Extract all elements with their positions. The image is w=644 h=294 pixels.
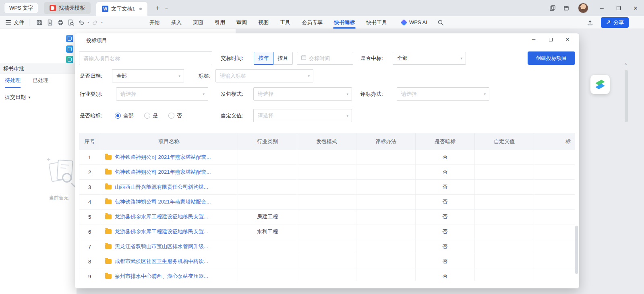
- cell: 6: [79, 224, 100, 239]
- project-link[interactable]: 包神铁路神朔公司 2021年燕家塔站配套...: [115, 198, 211, 206]
- project-link[interactable]: 包神铁路神朔公司 2021年燕家塔站配套...: [115, 169, 211, 176]
- cell: [297, 150, 356, 164]
- submit-date-label: 提交日期: [5, 94, 26, 101]
- tag-combo-field[interactable]: ▾: [215, 69, 313, 82]
- ribbon-tab-会员专享[interactable]: 会员专享: [296, 16, 328, 29]
- file-menu-button[interactable]: 文件: [6, 19, 24, 26]
- project-link[interactable]: 包神铁路神朔公司 2021年燕家塔站配套...: [115, 154, 211, 161]
- ribbon-tab-插入[interactable]: 插入: [166, 16, 187, 29]
- project-link[interactable]: 成都市武侯区社区卫生服务机构中药饮...: [115, 258, 208, 265]
- redo-dropdown-caret-icon[interactable]: ▾: [101, 21, 103, 24]
- archive-select[interactable]: 全部 ▾: [112, 69, 184, 82]
- ribbon-tool-icon-3[interactable]: [66, 56, 73, 63]
- dialog-close-button[interactable]: ✕: [559, 33, 576, 45]
- dialog-maximize-button[interactable]: [542, 33, 559, 45]
- new-tab-button[interactable]: +: [152, 3, 163, 13]
- custom-value-select[interactable]: 请选择 ▾: [253, 109, 352, 122]
- window-scrollbar[interactable]: ˄: [624, 60, 629, 292]
- cell: [534, 150, 575, 164]
- tab-docer-template[interactable]: 找稿壳模板: [44, 2, 91, 14]
- undo-dropdown-caret-icon[interactable]: ▾: [87, 21, 89, 24]
- ribbon-tab-快书工具[interactable]: 快书工具: [360, 16, 393, 29]
- print-preview-button[interactable]: [66, 17, 76, 28]
- multi-window-icon[interactable]: [546, 0, 559, 16]
- ribbon-right-zone: 分享: [585, 17, 644, 28]
- cell: [475, 150, 534, 164]
- by-year-button[interactable]: 按年: [254, 52, 273, 65]
- cell: [356, 239, 416, 254]
- blind-radio-全部[interactable]: 全部: [115, 112, 134, 119]
- caret-down-icon: ▾: [460, 56, 462, 60]
- project-link[interactable]: 山西西山晋兴能源有限责任公司斜沟煤...: [115, 183, 208, 191]
- industry-select[interactable]: 请选择 ▾: [116, 87, 208, 101]
- cell: [475, 165, 534, 179]
- export-pdf-button[interactable]: [45, 17, 55, 28]
- dialog-minimize-button[interactable]: ─: [525, 33, 542, 45]
- save-button[interactable]: [34, 17, 45, 28]
- ribbon-tab-页面[interactable]: 页面: [187, 16, 209, 29]
- scrollbar-thumb[interactable]: [625, 70, 628, 122]
- ribbon-tool-icon-2[interactable]: [66, 45, 73, 53]
- project-name-search-input[interactable]: [79, 56, 212, 62]
- project-name-search-field[interactable]: [79, 51, 212, 65]
- folder-icon: [105, 185, 112, 189]
- app-center-icon[interactable]: [559, 0, 573, 16]
- wps-ai-button[interactable]: WPS AI: [402, 19, 427, 25]
- ribbon-tab-工具[interactable]: 工具: [274, 16, 296, 29]
- scroll-up-arrow-icon[interactable]: ˄: [625, 62, 627, 66]
- create-project-button[interactable]: 创建投标项目: [528, 51, 575, 65]
- kuaishu-logo-button[interactable]: [590, 75, 610, 94]
- approval-tab-已处理[interactable]: 已处理: [33, 77, 48, 88]
- bidding-project-dialog: 投标项目 ─ ✕ 交标时间: 按年 按月 是否中标: 全部 ▾ 创建投标项: [75, 33, 579, 288]
- ribbon-tab-快书编标[interactable]: 快书编标: [328, 16, 360, 29]
- radio-circle-icon: [144, 113, 150, 119]
- tag-input[interactable]: [216, 73, 313, 79]
- blind-radio-否[interactable]: 否: [168, 112, 182, 119]
- share-button[interactable]: 分享: [601, 17, 629, 28]
- industry-placeholder: 请选择: [120, 90, 136, 98]
- table-row: 6龙游县佛乡水库工程建设征地移民安置...水利工程否: [79, 224, 575, 239]
- search-icon[interactable]: [435, 17, 446, 28]
- approval-tab-待处理[interactable]: 待处理: [5, 77, 21, 88]
- deadline-date-field[interactable]: [297, 52, 353, 65]
- window-minimize-button[interactable]: ─: [593, 0, 610, 16]
- tab-document[interactable]: W 文字文稿1: [96, 2, 147, 16]
- redo-button[interactable]: [90, 17, 100, 28]
- undo-button[interactable]: [76, 17, 87, 28]
- ribbon-tab-视图[interactable]: 视图: [253, 16, 274, 29]
- dialog-titlebar[interactable]: 投标项目 ─ ✕: [75, 33, 579, 45]
- ribbon-tab-开始[interactable]: 开始: [144, 16, 166, 29]
- projects-table: 序号项目名称行业类别发包模式评标办法是否暗标自定义值标 1包神铁路神朔公司 20…: [79, 133, 575, 281]
- window-maximize-button[interactable]: [610, 0, 627, 16]
- app-menu-button[interactable]: WPS 文字: [4, 3, 38, 13]
- blind-radio-是[interactable]: 是: [144, 112, 158, 119]
- project-link[interactable]: 龙游县佛乡水库工程建设征地移民安置...: [115, 213, 208, 220]
- radio-label: 否: [177, 112, 182, 119]
- user-avatar[interactable]: [578, 3, 588, 13]
- cell: [297, 239, 356, 254]
- upload-cloud-icon[interactable]: [585, 17, 595, 28]
- by-month-button[interactable]: 按月: [273, 52, 293, 65]
- contract-mode-select[interactable]: 请选择 ▾: [253, 87, 352, 101]
- project-link[interactable]: 泉州市排水中心浦西、湖心泵站变压器...: [115, 273, 208, 280]
- submit-date-filter[interactable]: 提交日期 ▼: [5, 94, 31, 101]
- ribbon-tab-引用[interactable]: 引用: [209, 16, 231, 29]
- deadline-date-input[interactable]: [306, 56, 353, 62]
- folder-icon: [105, 244, 112, 249]
- dialog-title: 投标项目: [86, 37, 107, 44]
- project-link[interactable]: 黑龙江省双鸭山市宝山区排水管网升级...: [115, 243, 208, 250]
- win-bid-select[interactable]: 全部 ▾: [393, 52, 466, 65]
- evaluation-select[interactable]: 请选择 ▾: [397, 87, 489, 101]
- cell: [297, 224, 356, 239]
- project-link[interactable]: 龙游县佛乡水库工程建设征地移民安置...: [115, 228, 208, 235]
- win-bid-label: 是否中标:: [360, 51, 383, 65]
- print-button[interactable]: [55, 17, 66, 28]
- tab-list-chevron-icon[interactable]: ⌄: [163, 3, 170, 13]
- dialog-scrollbar-thumb[interactable]: [575, 226, 578, 274]
- window-close-button[interactable]: ✕: [627, 0, 644, 16]
- ribbon-tool-icon-1[interactable]: [66, 35, 73, 42]
- ribbon-tab-审阅[interactable]: 审阅: [231, 16, 253, 29]
- wps-window: WPS 文字 找稿壳模板 W 文字文稿1 + ⌄ ─ ✕: [0, 0, 644, 294]
- radio-circle-icon: [168, 113, 174, 119]
- cell: [475, 239, 534, 254]
